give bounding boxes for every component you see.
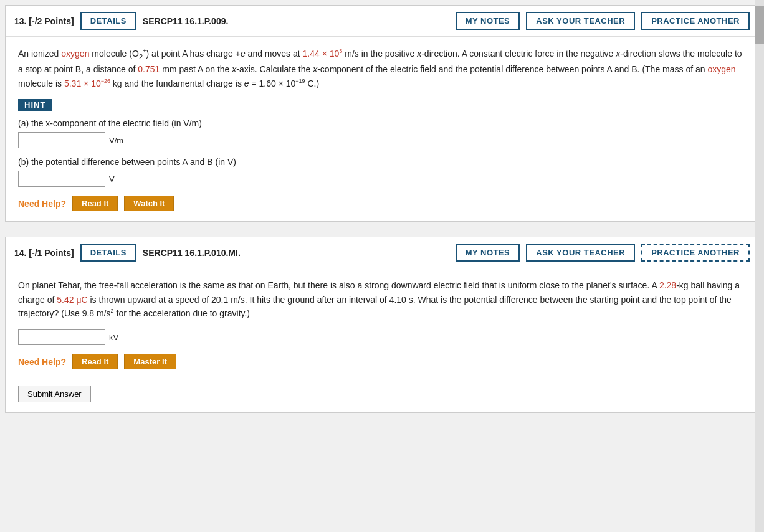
q13-value-1: 1.44 × 103	[303, 49, 343, 59]
question-14: 14. [-/1 Points] DETAILS SERCP11 16.1.P.…	[5, 237, 759, 413]
q14-question-id: SERCP11 16.1.P.010.MI.	[143, 248, 241, 258]
q13-need-help-label: Need Help?	[18, 199, 66, 209]
q13-part-b-input[interactable]	[18, 171, 105, 187]
q13-ask-teacher-button[interactable]: ASK YOUR TEACHER	[526, 12, 635, 30]
q13-part-a-input[interactable]	[18, 132, 105, 148]
q14-text: On planet Tehar, the free-fall accelerat…	[18, 278, 746, 320]
question-13-header: 13. [-/2 Points] DETAILS SERCP11 16.1.P.…	[6, 6, 758, 37]
q13-part-b-input-row: V	[18, 171, 746, 187]
q14-points: [-/1 Points]	[29, 248, 74, 258]
q14-master-it-button[interactable]: Master It	[124, 354, 176, 369]
q14-answer-input[interactable]	[18, 329, 105, 345]
q13-details-button[interactable]: DETAILS	[80, 12, 136, 30]
q14-body: On planet Tehar, the free-fall accelerat…	[6, 268, 758, 379]
q14-my-notes-button[interactable]: MY NOTES	[456, 244, 520, 262]
q13-oxygen-1: oxygen	[61, 49, 89, 59]
q14-submit-button[interactable]: Submit Answer	[18, 386, 91, 402]
q14-num-text: 14.	[14, 248, 26, 258]
q13-points: [-/2 Points]	[29, 16, 74, 26]
q13-value-3: 5.31 × 10−26	[64, 78, 110, 88]
q13-my-notes-button[interactable]: MY NOTES	[456, 12, 520, 30]
q14-need-help-row: Need Help? Read It Master It	[18, 354, 746, 369]
q13-number: 13. [-/2 Points]	[14, 16, 74, 26]
scrollbar[interactable]	[755, 0, 764, 433]
q13-read-it-button[interactable]: Read It	[72, 196, 118, 211]
q13-watch-it-button[interactable]: Watch It	[124, 196, 174, 211]
q14-number: 14. [-/1 Points]	[14, 248, 74, 258]
q13-part-a-label: (a) the x-component of the electric fiel…	[18, 118, 746, 128]
q13-need-help-row: Need Help? Read It Watch It	[18, 196, 746, 211]
q13-part-a-unit: V/m	[109, 136, 123, 145]
q14-value-1: 2.28	[659, 280, 676, 290]
scrollbar-thumb[interactable]	[755, 6, 764, 44]
q14-value-2: 5.42 μC	[57, 295, 87, 305]
q13-value-2: 0.751	[138, 64, 160, 74]
q13-part-b-label: (b) the potential difference between poi…	[18, 157, 746, 167]
q13-question-id: SERCP11 16.1.P.009.	[143, 16, 229, 26]
q14-practice-another-button[interactable]: PRACTICE ANOTHER	[641, 244, 750, 262]
q14-details-button[interactable]: DETAILS	[80, 244, 136, 262]
question-14-header: 14. [-/1 Points] DETAILS SERCP11 16.1.P.…	[6, 237, 758, 268]
q14-ask-teacher-button[interactable]: ASK YOUR TEACHER	[526, 244, 635, 262]
q13-num-text: 13.	[14, 16, 26, 26]
q13-oxygen-2: oxygen	[707, 64, 735, 74]
q13-part-b-unit: V	[109, 174, 115, 184]
q13-practice-another-button[interactable]: PRACTICE ANOTHER	[641, 12, 750, 30]
q13-text: An ionized oxygen molecule (O2+) at poin…	[18, 47, 746, 90]
q14-input-row: kV	[18, 329, 746, 345]
q14-need-help-label: Need Help?	[18, 357, 66, 367]
question-13: 13. [-/2 Points] DETAILS SERCP11 16.1.P.…	[5, 5, 759, 222]
q14-read-it-button[interactable]: Read It	[72, 354, 118, 369]
q13-body: An ionized oxygen molecule (O2+) at poin…	[6, 37, 758, 221]
q14-unit: kV	[109, 333, 118, 342]
q13-part-a-input-row: V/m	[18, 132, 746, 148]
q14-submit-row: Submit Answer	[6, 379, 758, 412]
q13-hint-box[interactable]: HINT	[18, 99, 52, 111]
